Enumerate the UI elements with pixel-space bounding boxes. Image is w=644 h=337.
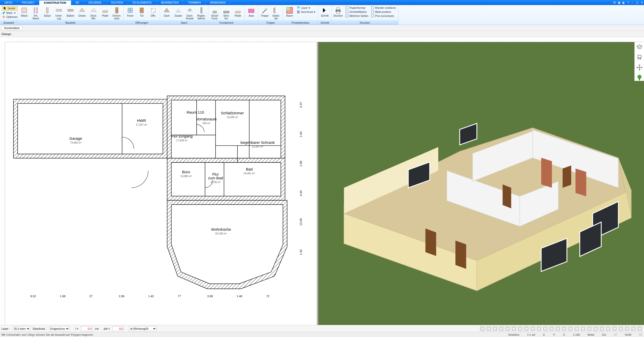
layers-icon[interactable] — [636, 44, 643, 51]
window-button-4[interactable]: – — [630, 0, 635, 5]
bauteil-schornstein[interactable]: Schorn-stein — [111, 6, 122, 20]
window-button-0[interactable]: ⚙ — [612, 0, 617, 5]
bottom-tool-4[interactable] — [505, 326, 510, 331]
svg-rect-86 — [550, 327, 553, 330]
menu-tab-bearbeiten[interactable]: BEARBEITEN — [157, 0, 184, 5]
menu-tab-gelände[interactable]: GELÄNDE — [84, 0, 106, 5]
treppe-treppe[interactable]: Treppe — [259, 6, 270, 17]
bauteil-wand[interactable]: Wand — [19, 6, 30, 17]
menu-tab-konstruktion[interactable]: KONSTRUKTION — [39, 0, 71, 5]
bottom-tool-15[interactable] — [574, 326, 580, 331]
drucken-opt-blattposition[interactable]: Blatt position. — [371, 10, 396, 14]
svg-rect-3 — [46, 8, 48, 13]
mark-button[interactable]: Mark. ▾ — [2, 11, 18, 15]
bottom-tool-19[interactable] — [599, 326, 605, 331]
oeffnung-ffn[interactable]: Öffn. — [148, 6, 159, 17]
bottom-tool-13[interactable] — [561, 326, 567, 331]
menu-tab-datei[interactable]: DATEI — [0, 0, 17, 5]
bottom-tool-6[interactable] — [517, 326, 523, 331]
fundament-streifen[interactable]: Strei-fen — [221, 6, 232, 20]
bauteil-sttze[interactable]: Stütze — [42, 6, 53, 17]
bottom-tool-17[interactable] — [587, 326, 592, 331]
floorplan-3d-view[interactable] — [318, 42, 644, 325]
dach-dach[interactable]: Dach — [161, 6, 172, 17]
bauteil-platte[interactable]: Platte — [100, 6, 111, 17]
svg-rect-30 — [297, 13, 300, 13]
drucken-opt-papierformat[interactable]: Papierformat — [345, 6, 368, 10]
window-button-2[interactable]: ◧ — [621, 0, 626, 5]
bottom-tool-8[interactable] — [530, 326, 535, 331]
raum-button[interactable]: Raum — [284, 6, 295, 17]
optionen-button[interactable]: Optionen — [2, 15, 18, 19]
menu-tab-3d[interactable]: 3D — [71, 0, 84, 5]
menu-tab-trimmen[interactable]: TRIMMEN — [184, 0, 206, 5]
oeffnung-tr[interactable]: Tür — [136, 6, 147, 17]
bottom-tool-24[interactable] — [631, 326, 636, 331]
drucken-opt-label: Ränder einblend. — [375, 6, 396, 9]
bottom-tool-0[interactable] — [480, 326, 485, 331]
layers-icon — [297, 6, 300, 10]
subtab-konstruktion[interactable]: Konstruktion — [2, 26, 22, 30]
drucken-opt-poszurcksetz[interactable]: Pos zurücksetz. — [371, 14, 396, 18]
bauteil-balken[interactable]: Balken — [65, 6, 76, 17]
bauteil-unterzug[interactable]: Unter-zug — [53, 6, 64, 20]
tree-icon[interactable] — [636, 74, 643, 81]
window-button-6[interactable]: ✕ — [639, 0, 644, 5]
floorplan-2d-view[interactable]: Garage73,482 m²HWR17,437 m²Raum 110Vorra… — [5, 42, 318, 325]
bottom-tool-12[interactable] — [555, 326, 561, 331]
dach-regenfallrohr[interactable]: Regen-fallrohr — [196, 6, 207, 20]
bottom-tool-1[interactable] — [486, 326, 491, 331]
layer-button[interactable]: Layer ▾ — [297, 6, 315, 10]
bottom-tool-10[interactable] — [543, 326, 548, 331]
drucken-opt-rndereinblend[interactable]: Ränder einblend. — [371, 6, 396, 10]
dach-gaube[interactable]: Gaube — [173, 6, 184, 17]
menu-tab-projekt[interactable]: PROJEKT — [17, 0, 40, 5]
fundament-platte[interactable]: Platte — [232, 6, 243, 17]
window-button-3[interactable]: ? — [626, 0, 630, 5]
bauteil-deckffn[interactable]: Deck-öffn. — [88, 6, 99, 20]
oeffnung-fenst[interactable]: Fenst — [125, 6, 136, 17]
selekt-button[interactable]: Selekt — [2, 6, 18, 11]
bauteil-label-5: Decke — [79, 14, 86, 17]
window-button-1[interactable]: ▦ — [617, 0, 621, 5]
drucken-opt-icon — [371, 10, 374, 14]
geschoss-button[interactable]: Geschoss ▾ — [297, 10, 315, 14]
bauteil-decke[interactable]: Decke — [77, 6, 88, 17]
layer-combo[interactable]: 2D-Linien — [13, 326, 30, 331]
bottom-tool-16[interactable] — [580, 326, 586, 331]
geschoss-combo[interactable]: Erdgeschos — [49, 326, 69, 331]
bottom-tool-9[interactable] — [536, 326, 542, 331]
treppe-gelnder[interactable]: Gelän-der — [271, 6, 282, 20]
menu-tab-2d-elemente[interactable]: 2D-ELEMENTE — [128, 0, 157, 5]
drucken-button[interactable]: Drucken — [333, 6, 344, 17]
bauteil-virtwand[interactable]: Virt.Wand — [30, 6, 41, 20]
fundament-einzelfund[interactable]: EinzelFund. — [209, 6, 220, 20]
schnitt-button[interactable]: Schnitt — [319, 6, 330, 17]
bottom-tool-11[interactable] — [549, 326, 554, 331]
room-area: 13,397 m² — [252, 145, 264, 148]
drucken-opt-mehrereseiten[interactable]: Mehrere Seiten — [345, 14, 368, 18]
bottom-tool-23[interactable] — [624, 326, 630, 331]
bottom-tool-7[interactable] — [524, 326, 529, 331]
window-button-5[interactable]: ◻ — [635, 0, 639, 5]
dach-dachfenster[interactable]: Dach-fenster — [184, 6, 195, 20]
bottom-tool-18[interactable] — [593, 326, 598, 331]
bottom-tool-3[interactable] — [498, 326, 504, 331]
bottom-tool-21[interactable] — [612, 326, 617, 331]
phi-input[interactable] — [112, 326, 124, 331]
bottom-tool-5[interactable] — [511, 326, 517, 331]
menu-tab-bemassen[interactable]: BEMASSEN — [206, 0, 230, 5]
dl-combo[interactable]: dl (Richtung/Di — [129, 326, 157, 331]
room-label-raum: Raum 110 — [187, 110, 204, 114]
bottom-tool-14[interactable] — [568, 326, 573, 331]
bottom-tool-2[interactable] — [492, 326, 498, 331]
auto-button[interactable]: Auto — [246, 6, 257, 17]
drucken-opt-einheitmast[interactable]: Einheit/Maßst. — [345, 10, 368, 14]
move-icon[interactable] — [636, 64, 643, 71]
bottom-tool-25[interactable] — [637, 326, 642, 331]
bottom-tool-22[interactable] — [618, 326, 624, 331]
chair-icon[interactable] — [636, 54, 643, 61]
l-input[interactable] — [81, 326, 93, 331]
bottom-tool-20[interactable] — [605, 326, 611, 331]
menu-tab-sichten[interactable]: SICHTEN — [106, 0, 128, 5]
